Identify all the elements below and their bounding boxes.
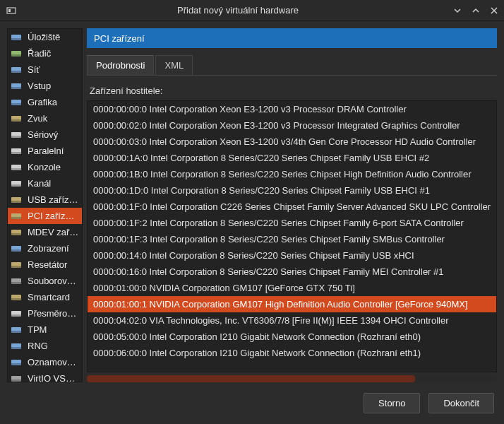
- svg-rect-7: [11, 71, 21, 73]
- svg-rect-15: [11, 136, 21, 138]
- sidebar-item-controller[interactable]: Řadič: [8, 45, 82, 61]
- device-row[interactable]: 0000:00:14:0 Intel Corporation 8 Series/…: [88, 247, 496, 264]
- channel-icon: [11, 178, 22, 189]
- vsock-icon: [11, 373, 22, 383]
- sidebar-item-smartcard[interactable]: Smartcard: [8, 289, 82, 305]
- network-icon: [11, 64, 22, 76]
- sidebar-item-usbredir[interactable]: Přesměrování USB: [8, 305, 82, 322]
- scrollbar-thumb[interactable]: [87, 375, 415, 382]
- host-device-label: Zařízení hostitele:: [90, 86, 497, 96]
- close-button[interactable]: [490, 6, 498, 15]
- sidebar-item-filesystem[interactable]: Souborový systém: [8, 273, 82, 289]
- hardware-type-list[interactable]: ÚložištěŘadičSíťVstupGrafikaZvukSériovýP…: [7, 28, 83, 382]
- sidebar-item-label: USB zařízení hostitele: [28, 194, 79, 205]
- sidebar-item-network[interactable]: Síť: [8, 61, 82, 78]
- sidebar-item-label: PCI zařízení hostitele: [28, 211, 79, 221]
- sidebar-item-label: Přesměrování USB: [28, 308, 79, 319]
- svg-rect-31: [11, 266, 21, 268]
- sidebar-item-label: Smartcard: [28, 292, 79, 302]
- device-row[interactable]: 0000:00:02:0 Intel Corporation Xeon E3-1…: [88, 117, 496, 134]
- device-row[interactable]: 0000:00:00:0 Intel Corporation Xeon E3-1…: [88, 101, 496, 117]
- filesystem-icon: [11, 276, 22, 287]
- device-row[interactable]: 0000:01:00:1 NVIDIA Corporation GM107 Hi…: [88, 296, 496, 312]
- sidebar-item-label: Zvuk: [28, 113, 79, 124]
- usb-icon: [11, 194, 22, 206]
- sidebar-item-input[interactable]: Vstup: [8, 78, 82, 94]
- horizontal-scrollbar[interactable]: [87, 375, 497, 382]
- smartcard-icon: [11, 292, 22, 303]
- display-icon: [11, 97, 22, 108]
- sidebar-item-console[interactable]: Konzole: [8, 159, 82, 175]
- device-row[interactable]: 0000:06:00:0 Intel Corporation I210 Giga…: [88, 345, 496, 361]
- device-row[interactable]: 0000:00:1F:2 Intel Corporation 8 Series/…: [88, 215, 496, 231]
- titlebar: Přidat nový virtuální hardware: [0, 0, 504, 21]
- device-row[interactable]: 0000:04:02:0 VIA Technologies, Inc. VT63…: [88, 312, 496, 329]
- sidebar-item-sound[interactable]: Zvuk: [8, 110, 82, 126]
- sidebar-item-label: RNG: [28, 341, 79, 351]
- watchdog-icon: [11, 259, 22, 271]
- maximize-button[interactable]: [472, 6, 480, 15]
- device-row[interactable]: 0000:00:16:0 Intel Corporation 8 Series/…: [88, 264, 496, 280]
- svg-rect-21: [11, 184, 21, 187]
- serial-icon: [11, 129, 22, 141]
- sidebar-item-label: Konzole: [28, 162, 79, 172]
- device-row[interactable]: 0000:00:1B:0 Intel Corporation 8 Series/…: [88, 166, 496, 182]
- sidebar-item-mdev[interactable]: MDEV zařízení hostitele: [8, 224, 82, 240]
- sidebar-item-label: Oznamování paniky: [28, 357, 79, 367]
- svg-rect-25: [11, 217, 21, 219]
- device-row[interactable]: 0000:00:1F:3 Intel Corporation 8 Series/…: [88, 231, 496, 247]
- sidebar-item-label: VirtIO VSOCK: [28, 373, 79, 382]
- svg-rect-17: [11, 152, 21, 154]
- sidebar-item-label: Souborový systém: [28, 276, 79, 286]
- tpm-icon: [11, 324, 22, 336]
- svg-rect-19: [11, 168, 21, 170]
- sidebar-item-usb[interactable]: USB zařízení hostitele: [8, 192, 82, 208]
- sidebar-item-label: Úložiště: [28, 32, 79, 42]
- console-icon: [11, 162, 22, 173]
- svg-rect-13: [11, 119, 21, 122]
- svg-rect-3: [11, 38, 21, 40]
- tab-xml[interactable]: XML: [155, 55, 193, 75]
- device-row[interactable]: 0000:00:1D:0 Intel Corporation 8 Series/…: [88, 182, 496, 199]
- sidebar-item-label: Zobrazení: [28, 243, 79, 254]
- sidebar-item-tpm[interactable]: TPM: [8, 322, 82, 338]
- sidebar-item-video[interactable]: Zobrazení: [8, 240, 82, 257]
- pci-icon: [11, 211, 22, 222]
- video-icon: [11, 243, 22, 254]
- device-row[interactable]: 0000:00:1A:0 Intel Corporation 8 Series/…: [88, 150, 496, 166]
- device-row[interactable]: 0000:05:00:0 Intel Corporation I210 Giga…: [88, 329, 496, 345]
- usbredir-icon: [11, 308, 22, 319]
- svg-rect-29: [11, 249, 21, 252]
- host-device-list[interactable]: 0000:00:00:0 Intel Corporation Xeon E3-1…: [87, 100, 497, 372]
- finish-button[interactable]: Dokončit: [428, 393, 494, 413]
- sidebar-item-rng[interactable]: RNG: [8, 338, 82, 354]
- sidebar-item-label: Řadič: [28, 48, 79, 59]
- app-icon: [6, 5, 17, 16]
- svg-rect-33: [11, 282, 21, 284]
- svg-rect-1: [8, 9, 11, 12]
- device-row[interactable]: 0000:00:1F:0 Intel Corporation C226 Seri…: [88, 199, 496, 215]
- sidebar-item-watchdog[interactable]: Resetátor: [8, 257, 82, 273]
- sidebar-item-disk[interactable]: Úložiště: [8, 29, 82, 45]
- sound-icon: [11, 113, 22, 124]
- sidebar-item-parallel[interactable]: Paralelní: [8, 143, 82, 159]
- minimize-button[interactable]: [453, 6, 462, 15]
- svg-rect-35: [11, 298, 21, 300]
- sidebar-item-vsock[interactable]: VirtIO VSOCK: [8, 370, 82, 382]
- device-row[interactable]: 0000:01:00:0 NVIDIA Corporation GM107 [G…: [88, 280, 496, 296]
- sidebar-item-channel[interactable]: Kanál: [8, 175, 82, 192]
- sidebar-item-label: Kanál: [28, 178, 79, 189]
- main-area: ÚložištěŘadičSíťVstupGrafikaZvukSériovýP…: [0, 21, 504, 389]
- rng-icon: [11, 341, 22, 352]
- device-row[interactable]: 0000:00:03:0 Intel Corporation Xeon E3-1…: [88, 134, 496, 150]
- sidebar-item-display[interactable]: Grafika: [8, 94, 82, 110]
- cancel-button[interactable]: Storno: [364, 393, 420, 413]
- sidebar-item-panic[interactable]: Oznamování paniky: [8, 354, 82, 370]
- tab-podrobnosti[interactable]: Podrobnosti: [87, 55, 154, 75]
- sidebar-item-label: TPM: [28, 324, 79, 335]
- sidebar-item-pci[interactable]: PCI zařízení hostitele: [8, 208, 82, 224]
- controller-icon: [11, 48, 22, 59]
- content-panel: PCI zařízení PodrobnostiXML Zařízení hos…: [87, 28, 497, 382]
- sidebar-item-label: Grafika: [28, 97, 79, 107]
- sidebar-item-serial[interactable]: Sériový: [8, 126, 82, 143]
